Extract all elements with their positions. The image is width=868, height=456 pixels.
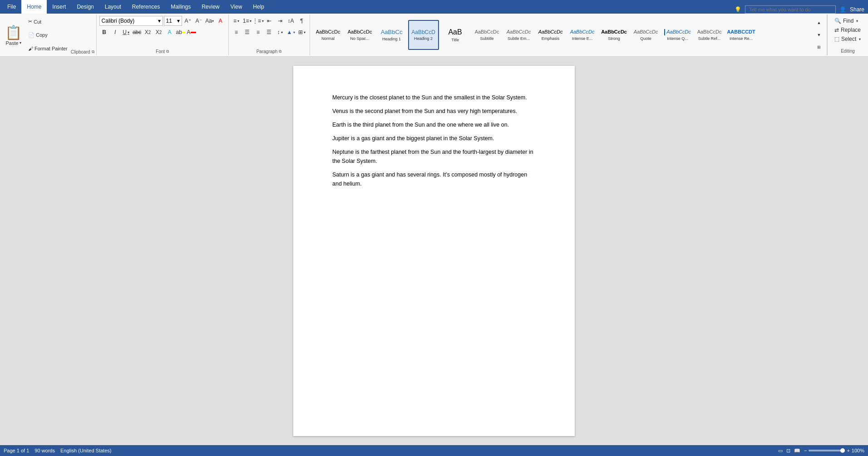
cut-icon: ✂ [28,19,32,25]
superscript-button[interactable]: X2 [154,27,164,37]
zoom-slider[interactable] [809,450,845,451]
decrease-font-button[interactable]: A⁻ [194,16,204,26]
style-item-subtitle[interactable]: AaBbCcDcSubtitle [472,20,503,50]
subscript-button[interactable]: X2 [143,27,153,37]
zoom-in-button[interactable]: + [847,448,849,453]
tab-view[interactable]: View [225,0,248,14]
sort-button[interactable]: ↕A [286,16,296,26]
doc-paragraph[interactable]: Saturn is a gas giant and has several ri… [332,170,536,188]
styles-scroll-up[interactable]: ▲ [814,18,824,28]
align-left-button[interactable]: ≡ [232,27,242,37]
highlight-color-button[interactable]: ab [176,27,186,37]
style-item-strong[interactable]: AaBbCcDcStrong [599,20,630,50]
style-preview-heading1: AaBbCc [381,29,403,36]
strikethrough-button[interactable]: abc [132,27,142,37]
font-expand-icon[interactable]: ⧉ [166,49,169,54]
highlight-color-indicator [182,32,185,33]
style-item-quote[interactable]: AaBbCcDcQuote [631,20,661,50]
style-item-heading1[interactable]: AaBbCcHeading 1 [376,20,407,50]
multilevel-list-button[interactable]: ⋮≡▾ [253,16,263,26]
style-item-intense-q[interactable]: AaBbCcDcIntense Q... [662,20,693,50]
doc-paragraph[interactable]: Venus is the second planet from the Sun … [332,107,536,116]
style-name-strong: Strong [608,36,620,41]
paste-button[interactable]: 📋 Paste ▾ [2,15,25,54]
doc-paragraph[interactable]: Jupiter is a gas giant and the biggest p… [332,134,536,143]
style-item-normal[interactable]: AaBbCcDcNormal [313,20,344,50]
font-group: Calibri (Body) ▾ 11 ▾ A⁺ A⁻ Aa▾ A B I U▾… [97,15,229,55]
select-dropdown-arrow[interactable]: ▾ [859,37,861,41]
line-spacing-button[interactable]: ↕▾ [275,27,285,37]
style-preview-subtitle: AaBbCcDc [475,29,499,35]
find-button[interactable]: 🔍 Find ▾ [831,16,864,25]
tell-me-input[interactable] [745,5,836,14]
format-painter-icon: 🖌 [28,46,33,51]
style-item-subtle-em[interactable]: AaBbCcDcSubtle Em... [503,20,534,50]
cut-button[interactable]: ✂ Cut [26,17,70,26]
style-name-intense-ref: Intense Re... [730,36,753,41]
numbering-button[interactable]: 1≡▾ [242,16,252,26]
web-layout-icon[interactable]: ⊡ [786,448,790,454]
tab-mailings[interactable]: Mailings [165,0,196,14]
font-group-label: Font ⧉ [99,48,226,54]
replace-button[interactable]: ⇄ Replace [831,25,864,34]
decrease-indent-button[interactable]: ⇤ [264,16,274,26]
share-button[interactable]: Share [850,6,864,13]
styles-expand-icon[interactable]: ⧉ [574,55,577,55]
borders-button[interactable]: ⊞▾ [297,27,307,37]
align-center-button[interactable]: ☰ [242,27,252,37]
tab-home[interactable]: Home [21,0,47,14]
style-item-emphasis[interactable]: AaBbCcDcEmphasis [535,20,566,50]
styles-more[interactable]: ⊞ [814,42,824,52]
increase-font-button[interactable]: A⁺ [183,16,193,26]
shading-button[interactable]: ▲▾ [286,27,296,37]
read-mode-icon[interactable]: 📖 [794,448,800,454]
zoom-out-button[interactable]: − [804,448,807,453]
change-case-button[interactable]: Aa▾ [205,16,215,26]
style-item-heading2[interactable]: AaBbCcDHeading 2 [408,20,439,50]
select-button[interactable]: ⬚ Select ▾ [831,34,864,44]
tab-design[interactable]: Design [71,0,99,14]
bold-button[interactable]: B [99,27,109,37]
font-name-selector[interactable]: Calibri (Body) ▾ [99,16,163,26]
format-painter-button[interactable]: 🖌 Format Painter [26,44,70,53]
clear-formatting-button[interactable]: A [216,16,226,26]
tab-file[interactable]: File [2,0,21,14]
style-item-intense-em[interactable]: AaBbCcDcIntense E... [567,20,598,50]
word-count: 90 words [35,448,55,453]
paste-dropdown-arrow[interactable]: ▾ [20,41,21,45]
doc-paragraph[interactable]: Mercury is the closest planet to the Sun… [332,93,536,102]
tab-help[interactable]: Help [247,0,270,14]
italic-button[interactable]: I [110,27,120,37]
font-color-button[interactable]: A [187,27,197,37]
style-name-subtle-em: Subtle Em... [508,36,530,41]
bullets-button[interactable]: ≡▾ [232,16,242,26]
text-effects-button[interactable]: A [165,27,175,37]
zoom-thumb [840,448,845,453]
print-layout-icon[interactable]: ▭ [778,448,783,454]
document-page[interactable]: Mercury is the closest planet to the Sun… [293,66,575,436]
style-item-intense-ref[interactable]: AABBCCDTIntense Re... [726,20,757,50]
style-item-title[interactable]: AaBTitle [440,20,471,50]
clipboard-expand-icon[interactable]: ⧉ [92,49,94,54]
find-dropdown-arrow[interactable]: ▾ [856,19,858,23]
doc-paragraph[interactable]: Earth is the third planet from the Sun a… [332,120,536,129]
copy-button[interactable]: 📄 Copy [26,31,70,39]
tab-review[interactable]: Review [196,0,225,14]
justify-button[interactable]: ☰ [264,27,274,37]
show-formatting-button[interactable]: ¶ [297,16,307,26]
style-item-no-space[interactable]: AaBbCcDcNo Spac... [345,20,375,50]
select-icon: ⬚ [834,36,839,42]
style-name-subtitle: Subtitle [480,36,494,41]
underline-button[interactable]: U▾ [121,27,131,37]
style-item-subtle-ref[interactable]: AaBbCcDcSubtle Ref... [694,20,725,50]
font-size-selector[interactable]: 11 ▾ [164,16,182,26]
style-preview-heading2: AaBbCcD [411,29,435,35]
increase-indent-button[interactable]: ⇥ [275,16,285,26]
paragraph-expand-icon[interactable]: ⧉ [279,49,281,54]
tab-references[interactable]: References [127,0,165,14]
align-right-button[interactable]: ≡ [253,27,263,37]
tab-layout[interactable]: Layout [99,0,127,14]
doc-paragraph[interactable]: Neptune is the farthest planet from the … [332,147,536,166]
styles-scroll-down[interactable]: ▼ [814,30,824,40]
tab-insert[interactable]: Insert [47,0,71,14]
